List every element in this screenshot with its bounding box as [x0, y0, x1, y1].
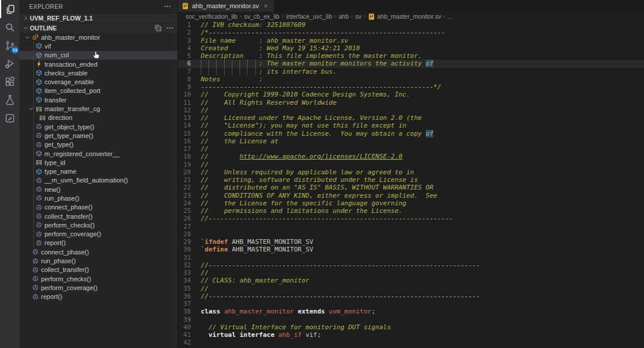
- outline-item-coverage_enable[interactable]: coverage_enable: [19, 77, 177, 86]
- code-line-40[interactable]: 40 // Virtual Interface for monitoring D…: [177, 323, 644, 331]
- section-uvm-ref-flow[interactable]: UVM_REF_FLOW_1.1: [19, 13, 177, 23]
- outline-item-collect_transfer[interactable]: collect_transfer(): [19, 266, 177, 274]
- code-line-2[interactable]: 2/*-------------------------------------…: [177, 29, 644, 36]
- outline-item-report[interactable]: report(): [19, 239, 177, 247]
- code-line-17[interactable]: 17//: [177, 145, 644, 153]
- outline-item-connect_phase[interactable]: connect_phase(): [19, 203, 177, 212]
- breadcrumb-item[interactable]: interface_uvc_lib: [286, 13, 332, 20]
- code-line-23[interactable]: 23// CONDITIONS OF ANY KIND, either expr…: [177, 192, 644, 199]
- outline-item-transaction_ended[interactable]: transaction_ended: [19, 60, 177, 68]
- outline-item-checks_enable[interactable]: checks_enable: [19, 68, 177, 77]
- outline-item-perform_coverage[interactable]: perform_coverage(): [19, 283, 177, 292]
- outline-item-report[interactable]: report(): [19, 292, 177, 301]
- code-line-39[interactable]: 39: [177, 316, 644, 323]
- code-line-33[interactable]: 33//: [177, 269, 644, 277]
- activity-item-search[interactable]: [0, 18, 19, 36]
- outline-item-perform_coverage[interactable]: perform_coverage(): [19, 230, 177, 239]
- activity-item-testing[interactable]: [0, 91, 19, 109]
- outline-item-connect_phase[interactable]: connect_phase(): [19, 247, 177, 256]
- outline-item-m_registered_converter__[interactable]: m_registered_converter__: [19, 149, 177, 158]
- code-line-25[interactable]: 25// permissions and limitations under t…: [177, 207, 644, 215]
- activity-item-explorer[interactable]: [0, 0, 20, 18]
- activity-item-extensions[interactable]: [0, 73, 19, 91]
- outline-item-item_collected_port[interactable]: item_collected_port: [19, 87, 177, 95]
- outline-item-get_type[interactable]: get_type(): [19, 140, 177, 149]
- code-line-26[interactable]: 26//------------------------------------…: [177, 215, 644, 222]
- code-line-38[interactable]: 38class ahb_master_monitor extends uvm_m…: [177, 308, 644, 315]
- breadcrumb-item[interactable]: sv: [355, 13, 362, 20]
- code-line-8[interactable]: 8Notes :: [177, 75, 644, 83]
- code-line-11[interactable]: 11// All Rights Reserved Worldwide: [177, 99, 644, 106]
- code-line-36[interactable]: 36//------------------------------------…: [177, 292, 644, 300]
- code-line-12[interactable]: 12//: [177, 106, 644, 114]
- code-line-18[interactable]: 18// http://www.apache.org/licenses/LICE…: [177, 153, 644, 160]
- more-icon[interactable]: [165, 23, 175, 33]
- code-line-5[interactable]: 5Description : This file implements the …: [177, 52, 644, 60]
- code-line-9[interactable]: 9---------------------------------------…: [177, 83, 644, 91]
- code-line-27[interactable]: 27: [177, 223, 644, 230]
- code-line-10[interactable]: 10// Copyright 1999-2010 Cadence Design …: [177, 91, 644, 98]
- outline-item-get_type_name[interactable]: get_type_name(): [19, 131, 177, 140]
- outline-item-collect_transfer[interactable]: collect_transfer(): [19, 212, 177, 220]
- code-line-19[interactable]: 19//: [177, 161, 644, 168]
- outline-item-num_col[interactable]: num_col: [19, 51, 177, 60]
- code-line-22[interactable]: 22// distributed on an "AS IS" BASIS, WI…: [177, 184, 644, 191]
- code-line-30[interactable]: 30`define AHB_MASTER_MONITOR_SV: [177, 246, 644, 253]
- code-line-20[interactable]: 20// Unless required by applicable law o…: [177, 168, 644, 176]
- outline-item-label: checks_enable: [44, 70, 87, 77]
- code-line-15[interactable]: 15// compliance with the License. You ma…: [177, 130, 644, 137]
- outline-item-ahb_master_monitor[interactable]: ahb_master_monitor: [19, 33, 177, 42]
- breadcrumb-item[interactable]: ...: [447, 13, 453, 20]
- code-line-28[interactable]: 28: [177, 230, 644, 238]
- outline-item-vif[interactable]: vif: [19, 42, 177, 50]
- code-line-7[interactable]: 7: its interface bus.: [177, 68, 644, 75]
- more-icon[interactable]: [162, 1, 173, 12]
- code-line-34[interactable]: 34// CLASS: ahb_master_monitor: [177, 277, 644, 284]
- outline-item-transfer[interactable]: transfer: [19, 95, 177, 104]
- outline-item-new[interactable]: new(): [19, 185, 177, 194]
- code-line-14[interactable]: 14// "License"); you may not use this fi…: [177, 122, 644, 129]
- tab-ahb-master-monitor[interactable]: ahb_master_monitor.sv: [177, 0, 275, 12]
- chevron-down-icon[interactable]: [24, 34, 31, 41]
- outline-item-direction[interactable]: direction: [19, 113, 177, 122]
- breadcrumb-item[interactable]: soc_verification_lib: [186, 13, 238, 20]
- code-line-31[interactable]: 31: [177, 254, 644, 261]
- code-line-42[interactable]: 42: [177, 339, 644, 346]
- code-line-21[interactable]: 21// writing, software distributed under…: [177, 176, 644, 184]
- outline-item-perform_checks[interactable]: perform_checks(): [19, 220, 177, 229]
- code-line-3[interactable]: 3File name : ahb_master_monitor.sv: [177, 37, 644, 44]
- outline-item-__m_uvm_field_automation[interactable]: __m_uvm_field_automation(): [19, 176, 177, 185]
- outline-item-run_phase[interactable]: run_phase(): [19, 256, 177, 265]
- code-line-24[interactable]: 24// the License for the specific langua…: [177, 199, 644, 207]
- breadcrumb-item[interactable]: ahb_master_monitor.sv: [368, 13, 441, 20]
- code-line-41[interactable]: 41 virtual interface ahb_if vif;: [177, 331, 644, 339]
- code-line-29[interactable]: 29`ifndef AHB_MASTER_MONITOR_SV: [177, 238, 644, 246]
- activity-item-source-control[interactable]: 11: [0, 36, 19, 54]
- collapse-all-icon[interactable]: [153, 23, 163, 33]
- code-line-13[interactable]: 13// Licensed under the Apache License, …: [177, 114, 644, 122]
- symbol-method-icon: [35, 140, 43, 149]
- section-outline[interactable]: OUTLINE: [19, 23, 177, 33]
- outline-item-type_id[interactable]: type_id: [19, 158, 177, 167]
- code-line-35[interactable]: 35//: [177, 285, 644, 292]
- code-editor[interactable]: 1// IVB checksum: 32518076092/*---------…: [177, 21, 644, 348]
- close-icon[interactable]: [262, 2, 270, 10]
- outline-item-master_transfer_cg[interactable]: master_transfer_cg: [19, 104, 177, 113]
- outline-item-perform_checks[interactable]: perform_checks(): [19, 274, 177, 283]
- outline-item-type_name[interactable]: type_name: [19, 167, 177, 175]
- code-line-6[interactable]: 6: The master monitor monitors the activ…: [177, 60, 644, 67]
- code-line-32[interactable]: 32//------------------------------------…: [177, 261, 644, 269]
- breadcrumb-item[interactable]: ahb: [338, 13, 349, 20]
- outline-item-run_phase[interactable]: run_phase(): [19, 194, 177, 202]
- code-line-37[interactable]: 37: [177, 300, 644, 308]
- activity-item-run-debug[interactable]: [0, 54, 19, 73]
- code-line-1[interactable]: 1// IVB checksum: 3251807609: [177, 21, 644, 29]
- code-line-16[interactable]: 16// the License at: [177, 137, 644, 145]
- line-number: 28: [177, 230, 191, 238]
- outline-item-get_object_type[interactable]: get_object_type(): [19, 122, 177, 131]
- line-content: // CLASS: ahb_master_monitor: [201, 277, 644, 284]
- activity-item-notebook[interactable]: [0, 109, 19, 127]
- code-line-4[interactable]: 4Created : Wed May 19 15:42:21 2010: [177, 44, 644, 52]
- sidebar-editor-divider[interactable]: [177, 0, 178, 348]
- breadcrumb-item[interactable]: sv_cb_ex_lib: [244, 13, 280, 20]
